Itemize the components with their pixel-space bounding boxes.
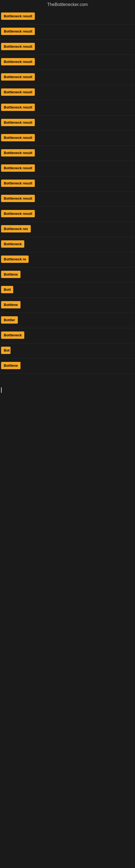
list-item: Bottlene [0,298,135,313]
list-item: Bottleneck [0,237,135,252]
bottleneck-badge[interactable]: Bottleneck result [1,43,35,50]
list-item: Bottleneck result [0,146,135,161]
list-item: Bottleneck result [0,100,135,116]
list-item: Bottleneck res [0,222,135,237]
list-item: Bottleneck result [0,131,135,146]
bottleneck-badge[interactable]: Bottleneck result [1,28,35,35]
bottleneck-badge[interactable]: Bottleneck res [1,225,31,232]
title-text: TheBottlenecker.com [47,2,88,7]
bottleneck-badge[interactable]: Bottleneck [1,240,24,248]
bottleneck-badge[interactable]: Bottlene [1,271,20,278]
bottleneck-badge[interactable]: Bottleneck result [1,149,35,156]
list-item: Bottleneck result [0,24,135,40]
bottleneck-list: Bottleneck resultBottleneck resultBottle… [0,9,135,374]
bottleneck-badge[interactable]: Bot [1,347,10,354]
bottleneck-badge[interactable]: Bottleneck result [1,73,35,81]
list-item: Bottleneck result [0,161,135,176]
list-item: Bottleneck result [0,116,135,131]
bottleneck-badge[interactable]: Bottlene [1,362,20,369]
list-item: Bot [0,343,135,359]
bottleneck-badge[interactable]: Bott [1,286,13,293]
bottleneck-badge[interactable]: Bottleneck result [1,134,35,141]
list-item: Bottleneck result [0,191,135,207]
cursor-line [0,388,135,393]
list-item: Bottleneck result [0,176,135,191]
bottleneck-badge[interactable]: Bottleneck result [1,195,35,202]
bottleneck-badge[interactable]: Bottleneck result [1,210,35,217]
list-item: Bottleneck result [0,70,135,85]
list-item: Bott [0,283,135,298]
list-item: Bottleneck re [0,252,135,268]
bottleneck-badge[interactable]: Bottler [1,316,18,323]
list-item: Bottleneck result [0,55,135,70]
list-item: Bottleneck result [0,9,135,24]
bottleneck-badge[interactable]: Bottleneck result [1,164,35,172]
cursor-area [0,388,135,686]
list-item: Bottlene [0,359,135,374]
bottleneck-badge[interactable]: Bottleneck re [1,255,29,263]
bottleneck-badge[interactable]: Bottleneck result [1,104,35,111]
site-title: TheBottlenecker.com [0,0,135,9]
bottleneck-badge[interactable]: Bottleneck [1,332,24,339]
bottleneck-badge[interactable]: Bottlene [1,301,20,308]
list-item: Bottlene [0,268,135,283]
bottleneck-badge[interactable]: Bottleneck result [1,119,35,126]
list-item: Bottleneck result [0,40,135,55]
text-cursor [1,388,2,393]
list-item: Bottler [0,313,135,328]
list-item: Bottleneck result [0,207,135,222]
list-item: Bottleneck result [0,85,135,100]
bottleneck-badge[interactable]: Bottleneck result [1,58,35,65]
bottleneck-badge[interactable]: Bottleneck result [1,180,35,187]
bottleneck-badge[interactable]: Bottleneck result [1,88,35,96]
list-item: Bottleneck [0,328,135,343]
bottleneck-badge[interactable]: Bottleneck result [1,12,35,20]
